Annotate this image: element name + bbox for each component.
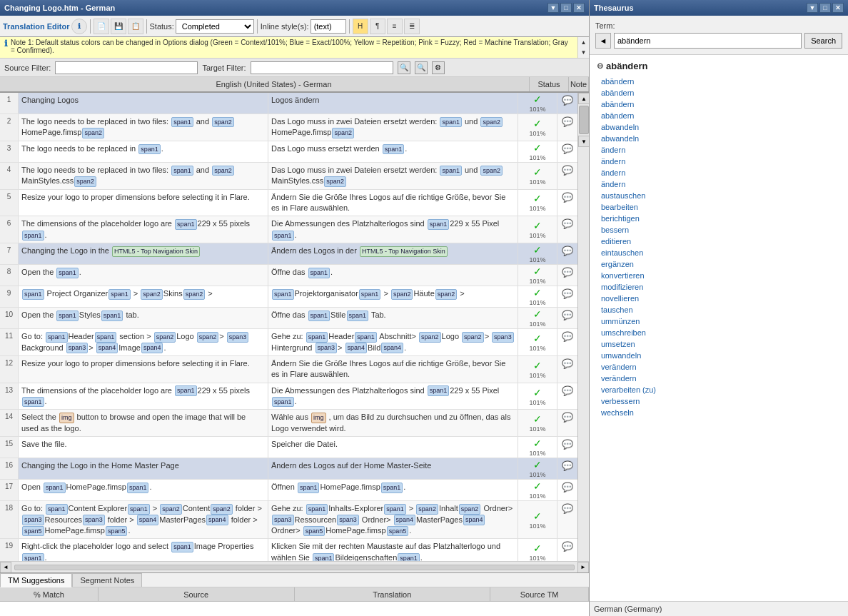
- row-target-cell[interactable]: Das Logo muss in zwei Dateien ersetzt we…: [268, 114, 518, 141]
- scroll-thumb[interactable]: [579, 106, 589, 134]
- format-btn-3[interactable]: ≣: [404, 19, 420, 34]
- thesaurus-expand-btn[interactable]: ⊖: [597, 61, 603, 71]
- note-icon[interactable]: 💬: [562, 165, 573, 176]
- row-note-cell[interactable]: 💬: [557, 356, 577, 383]
- thesaurus-synonym-item[interactable]: ändern: [592, 156, 845, 167]
- row-target-cell[interactable]: Das Logo muss ersetzt werden span1.: [268, 141, 518, 162]
- note-icon[interactable]: 💬: [562, 331, 573, 342]
- thesaurus-synonym-item[interactable]: bearbeiten: [592, 201, 845, 213]
- thesaurus-synonym-item[interactable]: berichtigen: [592, 213, 845, 224]
- table-row[interactable]: 16 Changing the Logo in the Home Master …: [0, 458, 577, 480]
- row-note-cell[interactable]: 💬: [557, 190, 577, 216]
- note-icon[interactable]: 💬: [562, 116, 573, 127]
- row-note-cell[interactable]: 💬: [557, 501, 577, 538]
- thesaurus-synonym-item[interactable]: ändern: [592, 167, 845, 178]
- note-icon[interactable]: 💬: [562, 267, 573, 278]
- thesaurus-synonym-item[interactable]: umschreiben: [592, 327, 845, 338]
- note-icon[interactable]: 💬: [562, 482, 573, 493]
- save-btn[interactable]: 💾: [111, 19, 126, 34]
- table-row[interactable]: 2 The logo needs to be replaced in two f…: [0, 114, 577, 141]
- scroll-down-btn[interactable]: ▼: [578, 48, 589, 59]
- row-source-cell[interactable]: Resize your logo to proper dimensions be…: [19, 356, 268, 383]
- row-target-cell[interactable]: Ändern des Logos in der HTML5 - Top Navi…: [268, 243, 518, 264]
- source-filter-input[interactable]: [55, 61, 198, 74]
- row-source-cell[interactable]: Changing the Logo in the Home Master Pag…: [19, 458, 268, 479]
- row-source-cell[interactable]: The logo needs to be replaced in two fil…: [19, 163, 268, 189]
- row-source-cell[interactable]: Changing the Logo in the HTML5 - Top Nav…: [19, 243, 268, 264]
- thesaurus-synonym-item[interactable]: umwandeln: [592, 350, 845, 361]
- row-note-cell[interactable]: 💬: [557, 437, 577, 458]
- thesaurus-synonym-item[interactable]: konvertieren: [592, 270, 845, 281]
- table-row[interactable]: 14 Select the img button to browse and o…: [0, 410, 577, 437]
- row-source-cell[interactable]: span1 Project Organizerspan1 > span2Skin…: [19, 286, 268, 307]
- note-icon[interactable]: 💬: [562, 143, 573, 154]
- row-source-cell[interactable]: The dimensions of the placeholder logo a…: [19, 383, 268, 410]
- note-icon[interactable]: 💬: [562, 439, 573, 450]
- row-note-cell[interactable]: 💬: [557, 308, 577, 328]
- thesaurus-synonym-item[interactable]: abändern: [592, 99, 845, 110]
- row-source-cell[interactable]: The dimensions of the placeholder logo a…: [19, 216, 268, 243]
- row-note-cell[interactable]: 💬: [557, 114, 577, 141]
- note-icon[interactable]: 💬: [562, 192, 573, 203]
- thesaurus-synonym-item[interactable]: verändern: [592, 361, 845, 373]
- table-row[interactable]: 4 The logo needs to be replaced in two f…: [0, 163, 577, 190]
- thesaurus-synonym-item[interactable]: umsetzen: [592, 338, 845, 350]
- filter-clear-btn[interactable]: 🔍: [415, 61, 428, 74]
- note-icon[interactable]: 💬: [562, 358, 573, 369]
- row-source-cell[interactable]: Go to: span1Content Explorerspan1 > span…: [19, 501, 268, 538]
- h-scroll-area[interactable]: ◄ ►: [0, 561, 589, 572]
- table-row[interactable]: 11 Go to: span1Headerspan1 section > spa…: [0, 329, 577, 356]
- thesaurus-synonym-item[interactable]: austauschen: [592, 190, 845, 201]
- note-icon[interactable]: 💬: [562, 288, 573, 299]
- copy-btn[interactable]: 📋: [128, 19, 143, 34]
- row-source-cell[interactable]: Open span1HomePage.fimspspan1.: [19, 480, 268, 500]
- note-icon[interactable]: 💬: [562, 246, 573, 256]
- note-icon[interactable]: 💬: [562, 310, 573, 320]
- row-note-cell[interactable]: 💬: [557, 383, 577, 410]
- table-row[interactable]: 5 Resize your logo to proper dimensions …: [0, 190, 577, 217]
- thesaurus-input[interactable]: [614, 33, 802, 49]
- row-note-cell[interactable]: 💬: [557, 480, 577, 500]
- h-scroll-track[interactable]: [14, 565, 575, 570]
- table-row[interactable]: 7 Changing the Logo in the HTML5 - Top N…: [0, 243, 577, 265]
- close-btn[interactable]: ✕: [573, 3, 585, 13]
- open-btn[interactable]: 📄: [94, 19, 109, 34]
- row-note-cell[interactable]: 💬: [557, 265, 577, 286]
- filter-options-btn[interactable]: ⚙: [432, 61, 445, 74]
- thesaurus-synonym-item[interactable]: abwandeln: [592, 133, 845, 144]
- scroll-up-btn[interactable]: ▲: [578, 37, 589, 48]
- row-source-cell[interactable]: Open the span1Stylesspan1 tab.: [19, 308, 268, 328]
- tab-segment-notes[interactable]: Segment Notes: [72, 573, 142, 587]
- thesaurus-synonym-item[interactable]: ändern: [592, 144, 845, 156]
- format-btn-2[interactable]: ≡: [387, 19, 403, 34]
- row-target-cell[interactable]: Klicken Sie mit der rechten Maustaste au…: [268, 539, 518, 561]
- thesaurus-synonym-item[interactable]: bessern: [592, 224, 845, 236]
- row-source-cell[interactable]: Right-click the placeholder logo and sel…: [19, 539, 268, 561]
- table-row[interactable]: 9 span1 Project Organizerspan1 > span2Sk…: [0, 286, 577, 308]
- thesaurus-search-btn[interactable]: Search: [804, 33, 842, 49]
- row-source-cell[interactable]: Open the span1.: [19, 265, 268, 286]
- thesaurus-synonym-item[interactable]: verändern: [592, 373, 845, 384]
- scroll-bottom-btn[interactable]: ▼: [578, 136, 589, 147]
- row-target-cell[interactable]: Öffne das span1Stilespan1 Tab.: [268, 308, 518, 328]
- row-note-cell[interactable]: 💬: [557, 329, 577, 355]
- target-filter-input[interactable]: [251, 61, 393, 74]
- thesaurus-synonym-item[interactable]: ändern: [592, 178, 845, 190]
- table-row[interactable]: 19 Right-click the placeholder logo and …: [0, 539, 577, 561]
- thesaurus-back-btn[interactable]: ◄: [595, 33, 611, 49]
- row-note-cell[interactable]: 💬: [557, 243, 577, 264]
- row-target-cell[interactable]: Öffnen span1HomePage.fimspspan1.: [268, 480, 518, 500]
- scroll-top-btn[interactable]: ▲: [578, 93, 589, 104]
- row-target-cell[interactable]: Speicher die Datei.: [268, 437, 518, 458]
- table-row[interactable]: 1 Changing Logos Logos ändern ✓ 101% 💬: [0, 93, 577, 114]
- note-icon[interactable]: 💬: [562, 460, 573, 471]
- table-row[interactable]: 18 Go to: span1Content Explorerspan1 > s…: [0, 501, 577, 539]
- table-row[interactable]: 8 Open the span1. Öffne das span1. ✓ 101…: [0, 265, 577, 286]
- row-target-cell[interactable]: Ändern Sie die Größe Ihres Logos auf die…: [268, 356, 518, 383]
- info-btn[interactable]: ℹ: [71, 19, 87, 34]
- row-target-cell[interactable]: Das Logo muss in zwei Dateien ersetzt we…: [268, 163, 518, 189]
- tab-tm-suggestions[interactable]: TM Suggestions: [0, 573, 72, 587]
- row-target-cell[interactable]: Ändern Sie die Größe Ihres Logos auf die…: [268, 190, 518, 216]
- filter-search-btn[interactable]: 🔍: [398, 61, 410, 74]
- row-note-cell[interactable]: 💬: [557, 410, 577, 436]
